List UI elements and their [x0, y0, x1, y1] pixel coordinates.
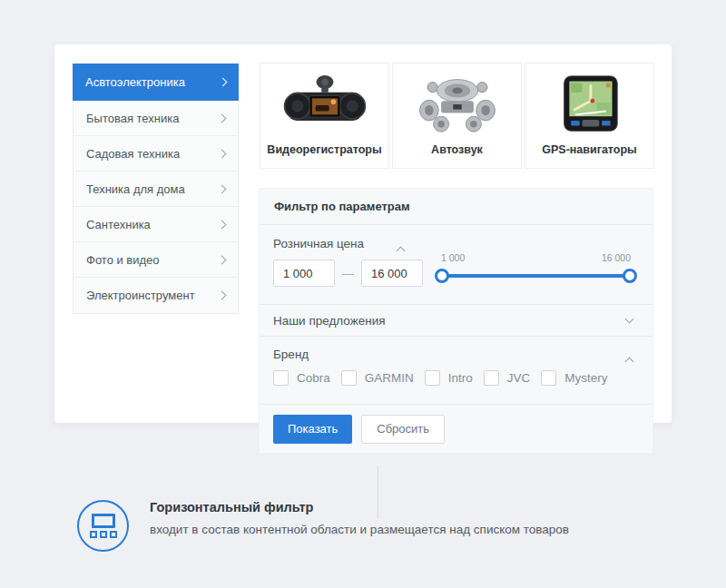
- sidebar-item-label: Сантехника: [86, 218, 151, 231]
- offers-section-label: Наши предложения: [273, 314, 386, 328]
- chevron-right-icon: [218, 149, 227, 158]
- brand-checkbox-jvc[interactable]: JVC: [484, 370, 531, 386]
- brand-checkbox-garmin[interactable]: GARMIN: [341, 370, 414, 386]
- category-label: GPS-навигаторы: [542, 143, 637, 156]
- gps-navigator-image: [543, 74, 637, 134]
- price-slider: 1 000 16 000: [441, 252, 631, 278]
- price-slider-handle-max[interactable]: [623, 269, 637, 283]
- reset-button[interactable]: Сбросить: [361, 415, 445, 444]
- sidebar-item-tekhnika-dlya-doma[interactable]: Техника для дома: [74, 172, 238, 207]
- chevron-right-icon: [218, 291, 227, 300]
- sidebar-item-sadovaya-tekhnika[interactable]: Садовая техника: [74, 136, 238, 172]
- checkbox-label: Mystery: [564, 371, 607, 385]
- checkbox[interactable]: [425, 370, 440, 386]
- chevron-right-icon: [219, 78, 228, 87]
- checkbox-label: GARMIN: [365, 371, 414, 385]
- chevron-right-icon: [218, 220, 227, 229]
- category-card-dashcams[interactable]: Видеорегистраторы: [260, 63, 389, 169]
- annotation-title: Горизонтальный фильтр: [150, 500, 569, 514]
- chevron-up-icon[interactable]: [626, 352, 633, 368]
- chevron-up-icon[interactable]: [397, 241, 404, 258]
- checkbox[interactable]: [273, 370, 289, 386]
- checkbox-label: Intro: [448, 371, 473, 385]
- sidebar-item-bytovaya-tekhnika[interactable]: Бытовая техника: [74, 101, 238, 136]
- chevron-down-icon[interactable]: [625, 315, 634, 324]
- sidebar-item-label: Фото и видео: [86, 253, 160, 267]
- filter-section-offers[interactable]: Наши предложения: [260, 305, 652, 337]
- checkbox[interactable]: [484, 370, 499, 386]
- annotation: Горизонтальный фильтр входит в состав ко…: [150, 500, 569, 536]
- sidebar-item-santekhnika[interactable]: Сантехника: [74, 207, 238, 242]
- range-separator: —: [342, 267, 354, 280]
- apply-button[interactable]: Показать: [273, 415, 352, 444]
- slider-min-label: 1 000: [441, 252, 465, 263]
- slider-max-label: 16 000: [602, 252, 631, 263]
- sidebar-item-label: Бытовая техника: [86, 112, 179, 125]
- category-card-car-audio[interactable]: Автозвук: [392, 63, 522, 169]
- brand-checkbox-cobra[interactable]: Cobra: [273, 370, 330, 386]
- car-audio-image: [410, 74, 505, 134]
- brand-checkbox-mystery[interactable]: Mystery: [541, 370, 607, 386]
- layout-rect-glyph: [92, 514, 115, 528]
- price-section-label: Розничная цена: [273, 237, 364, 250]
- filter-section-brand: Бренд Cobra GARMIN Intro JVC: [260, 337, 652, 405]
- sidebar-item-label: Садовая техника: [86, 147, 180, 161]
- horizontal-filter-panel: Фильтр по параметрам Розничная цена — 1 …: [259, 188, 653, 454]
- category-card-gps-navigators[interactable]: GPS-навигаторы: [525, 63, 654, 169]
- checkbox-label: Cobra: [297, 371, 330, 385]
- chevron-right-icon: [218, 255, 227, 264]
- sidebar-item-label: Электроинструмент: [86, 289, 195, 302]
- page: Асвтоэлектроника Бытовая техника Садовая…: [0, 0, 726, 588]
- checkbox[interactable]: [541, 370, 556, 386]
- sidebar-item-avtoelektronika[interactable]: Асвтоэлектроника: [73, 64, 239, 101]
- filter-actions: Показать Сбросить: [260, 405, 652, 453]
- brand-section-label: Бренд: [273, 348, 309, 361]
- price-inputs: —: [273, 260, 423, 287]
- price-slider-track[interactable]: [441, 274, 631, 278]
- category-label: Автозвук: [431, 143, 483, 156]
- subcategory-cards: Видеорегистраторы Автозвук: [260, 63, 654, 169]
- layout-squares-glyph: [90, 531, 117, 538]
- sidebar-item-label: Асвтоэлектроника: [85, 75, 185, 89]
- filter-title: Фильтр по параметрам: [260, 189, 652, 225]
- chevron-right-icon: [218, 184, 227, 193]
- category-sidebar: Асвтоэлектроника Бытовая техника Садовая…: [73, 64, 239, 314]
- checkbox-label: JVC: [507, 371, 531, 385]
- chevron-right-icon: [218, 113, 227, 122]
- filter-section-price: Розничная цена — 1 000 16 000: [260, 225, 652, 305]
- sidebar-item-label: Техника для дома: [86, 182, 185, 196]
- annotation-description: входит в состав контентной области и раз…: [150, 523, 569, 536]
- checkbox[interactable]: [341, 370, 357, 386]
- dashcam-image: [278, 74, 372, 134]
- category-label: Видеорегистраторы: [267, 143, 381, 156]
- price-slider-labels: 1 000 16 000: [441, 252, 631, 263]
- price-slider-handle-min[interactable]: [435, 269, 449, 283]
- price-max-input[interactable]: [361, 260, 423, 287]
- brand-checkbox-intro[interactable]: Intro: [425, 370, 473, 386]
- sidebar-item-elektroinstrument[interactable]: Электроинструмент: [74, 278, 238, 313]
- horizontal-filter-layout-icon: [77, 500, 129, 552]
- brand-options: Cobra GARMIN Intro JVC Mystery: [273, 370, 608, 386]
- sidebar-item-foto-i-video[interactable]: Фото и видео: [74, 242, 238, 278]
- price-min-input[interactable]: [273, 260, 335, 287]
